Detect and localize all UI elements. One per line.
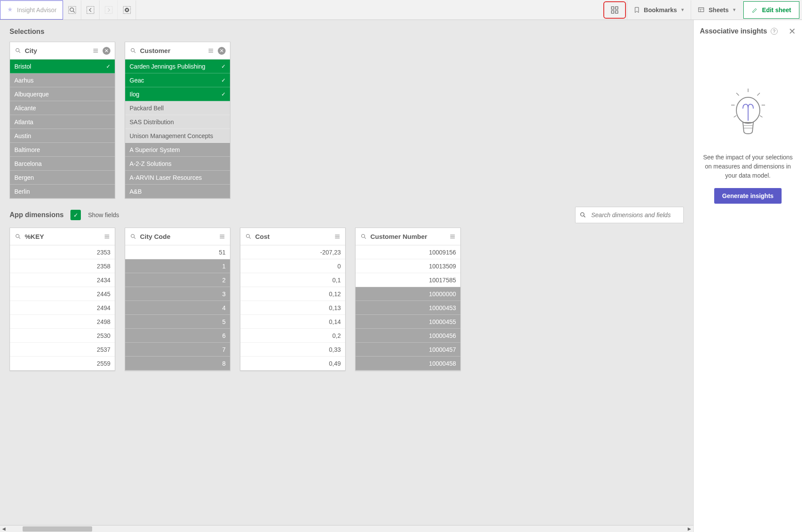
list-item[interactable]: A-ARVIN Laser Resources <box>125 171 230 185</box>
edit-sheet-button[interactable]: Edit sheet <box>743 1 799 19</box>
selections-title: Selections <box>0 20 693 42</box>
list-item[interactable]: 3 <box>125 287 230 301</box>
search-icon[interactable] <box>245 233 252 240</box>
list-item[interactable]: 0,1 <box>240 273 345 287</box>
bookmarks-button[interactable]: Bookmarks ▼ <box>627 0 691 20</box>
list-icon[interactable] <box>449 233 456 240</box>
list-item[interactable]: Austin <box>10 129 115 143</box>
list-item[interactable]: Albuquerque <box>10 87 115 101</box>
list-item[interactable]: A&B <box>125 185 230 198</box>
step-forward-button[interactable] <box>100 0 118 20</box>
show-fields-checkbox[interactable]: ✓ <box>70 210 81 220</box>
svg-rect-21 <box>209 49 213 50</box>
list-item[interactable]: 10009156 <box>356 245 460 259</box>
list-item[interactable]: 10000455 <box>356 315 460 329</box>
scrollbar-thumb[interactable] <box>23 526 92 532</box>
list-item[interactable]: 0,33 <box>240 343 345 357</box>
list-item[interactable]: Bristol✓ <box>10 59 115 73</box>
selections-tool-button[interactable] <box>603 1 626 19</box>
clear-selection-icon[interactable]: ✕ <box>218 47 226 55</box>
list-item[interactable]: 0 <box>240 259 345 273</box>
list-item[interactable]: 2498 <box>10 315 115 329</box>
list-icon[interactable] <box>92 47 99 54</box>
clear-selection-icon[interactable]: ✕ <box>103 47 110 55</box>
smart-search-button[interactable] <box>63 0 81 20</box>
list-item[interactable]: 2494 <box>10 301 115 315</box>
list-item[interactable]: 7 <box>125 343 230 357</box>
list-item[interactable]: 2434 <box>10 273 115 287</box>
list-item[interactable]: 10000458 <box>356 357 460 370</box>
search-icon[interactable] <box>130 47 136 54</box>
list-item[interactable]: Berlin <box>10 185 115 198</box>
list-item[interactable]: 10000456 <box>356 329 460 343</box>
list-item[interactable]: 0,49 <box>240 357 345 370</box>
list-item[interactable]: 2 <box>125 273 230 287</box>
search-icon[interactable] <box>130 233 136 240</box>
list-icon[interactable] <box>219 233 226 240</box>
list-item[interactable]: 2537 <box>10 343 115 357</box>
list-item[interactable]: 10000457 <box>356 343 460 357</box>
horizontal-scrollbar[interactable]: ◀ ▶ <box>0 525 693 532</box>
list-item[interactable]: 0,12 <box>240 287 345 301</box>
list-item[interactable]: Packard Bell <box>125 101 230 115</box>
sheets-button[interactable]: Sheets ▼ <box>691 0 742 20</box>
svg-line-32 <box>134 237 135 238</box>
app-dimensions-title: App dimensions <box>10 211 63 219</box>
list-item[interactable]: Atlanta <box>10 115 115 129</box>
search-dimensions-input[interactable] <box>575 207 684 223</box>
list-item-label: 10013509 <box>429 263 456 270</box>
list-item[interactable]: Bergen <box>10 171 115 185</box>
list-item[interactable]: 10013509 <box>356 259 460 273</box>
list-item[interactable]: 1 <box>125 259 230 273</box>
list-item[interactable]: Baltimore <box>10 143 115 157</box>
list-item[interactable]: 8 <box>125 357 230 370</box>
list-item[interactable]: 51 <box>125 245 230 259</box>
list-item[interactable]: 6 <box>125 329 230 343</box>
scroll-right-arrow[interactable]: ▶ <box>686 525 693 532</box>
list-item[interactable]: 4 <box>125 301 230 315</box>
list-item[interactable]: 2530 <box>10 329 115 343</box>
list-icon[interactable] <box>103 233 110 240</box>
list-item-label: 2537 <box>97 346 110 353</box>
scroll-left-arrow[interactable]: ◀ <box>0 525 8 532</box>
list-item[interactable]: -207,23 <box>240 245 345 259</box>
search-icon[interactable] <box>360 233 367 240</box>
list-item[interactable]: Unison Management Concepts <box>125 129 230 143</box>
list-item[interactable]: 2559 <box>10 357 115 370</box>
search-icon[interactable] <box>14 233 21 240</box>
list-item[interactable]: SAS Distribution <box>125 115 230 129</box>
list-item[interactable]: 2353 <box>10 245 115 259</box>
list-item-label: Baltimore <box>14 146 40 153</box>
show-fields-label: Show fields <box>88 211 119 218</box>
clear-selections-button[interactable] <box>118 0 136 20</box>
list-item[interactable]: 10000000 <box>356 287 460 301</box>
step-back-button[interactable] <box>81 0 100 20</box>
list-item[interactable]: A Superior System <box>125 143 230 157</box>
list-item[interactable]: Alicante <box>10 101 115 115</box>
list-item[interactable]: 2445 <box>10 287 115 301</box>
list-item[interactable]: 0,2 <box>240 329 345 343</box>
list-item[interactable]: 10000453 <box>356 301 460 315</box>
list-item[interactable]: Barcelona <box>10 157 115 171</box>
list-item[interactable]: 0,13 <box>240 301 345 315</box>
list-item[interactable]: A-2-Z Solutions <box>125 157 230 171</box>
list-item[interactable]: Carden Jennings Publishing✓ <box>125 59 230 73</box>
list-item[interactable]: 2358 <box>10 259 115 273</box>
list-item[interactable]: 5 <box>125 315 230 329</box>
close-icon[interactable]: ✕ <box>789 26 796 36</box>
list-item[interactable]: Ilog✓ <box>125 87 230 101</box>
list-item[interactable]: 10017585 <box>356 273 460 287</box>
list-item[interactable]: 0,14 <box>240 315 345 329</box>
insight-advisor-button[interactable]: Insight Advisor <box>0 0 63 20</box>
list-icon[interactable] <box>334 233 341 240</box>
help-icon[interactable]: ? <box>771 28 778 35</box>
list-item[interactable]: Aarhus <box>10 73 115 87</box>
list-icon[interactable] <box>207 47 214 54</box>
generate-insights-button[interactable]: Generate insights <box>714 188 781 204</box>
list-item[interactable]: Geac✓ <box>125 73 230 87</box>
search-icon[interactable] <box>14 47 21 54</box>
list-item-label: 2494 <box>97 304 110 311</box>
svg-point-31 <box>131 235 134 238</box>
insights-description: See the impact of your selections on mea… <box>700 153 796 180</box>
listbox-header: City Code <box>125 228 230 245</box>
